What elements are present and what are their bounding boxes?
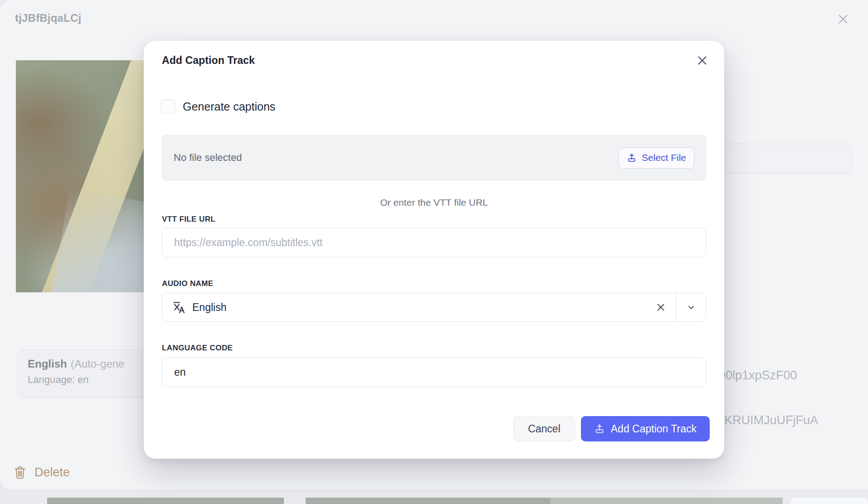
page-close-button[interactable] bbox=[836, 12, 850, 26]
thumbnail-highlight-2 bbox=[45, 189, 152, 292]
audio-name-input[interactable] bbox=[186, 301, 654, 314]
generate-captions-label: Generate captions bbox=[183, 100, 275, 113]
clear-audio-name-button[interactable] bbox=[654, 300, 668, 314]
close-icon bbox=[696, 54, 708, 67]
content-strip bbox=[791, 498, 868, 504]
partial-id-text-2: KRUIMJuUFjFuA bbox=[724, 413, 818, 427]
partial-id-text-1: 00lp1xpSzF00 bbox=[719, 368, 797, 383]
content-strip bbox=[551, 498, 783, 504]
file-picker: No file selected Select File bbox=[162, 135, 706, 180]
chevron-down-icon bbox=[686, 302, 697, 313]
upload-icon bbox=[594, 423, 605, 434]
delete-label: Delete bbox=[34, 465, 70, 480]
video-thumbnail bbox=[16, 60, 152, 292]
track-name: English bbox=[28, 358, 67, 370]
close-icon bbox=[837, 13, 849, 25]
select-file-button[interactable]: Select File bbox=[619, 147, 694, 169]
audio-name-dropdown-button[interactable] bbox=[676, 293, 706, 321]
add-caption-track-modal: Add Caption Track Generate captions No f… bbox=[144, 41, 724, 459]
generate-captions-checkbox[interactable] bbox=[161, 100, 175, 114]
cancel-button[interactable]: Cancel bbox=[513, 417, 575, 441]
screen: tjJBfBjqaLCj English(Auto-gene Language:… bbox=[0, 0, 868, 504]
add-caption-track-label: Add Caption Track bbox=[611, 423, 697, 435]
clear-icon bbox=[655, 301, 667, 313]
file-status-text: No file selected bbox=[174, 152, 242, 164]
vtt-url-label: VTT FILE URL bbox=[162, 215, 215, 224]
generate-captions-row[interactable]: Generate captions bbox=[161, 100, 275, 114]
select-file-label: Select File bbox=[642, 152, 686, 163]
modal-title: Add Caption Track bbox=[162, 54, 255, 67]
content-strip bbox=[47, 498, 284, 504]
add-caption-track-button[interactable]: Add Caption Track bbox=[581, 416, 710, 441]
or-divider-text: Or enter the VTT file URL bbox=[144, 197, 724, 208]
audio-name-combobox bbox=[162, 293, 706, 322]
trash-icon bbox=[14, 465, 26, 480]
background-partial-input bbox=[710, 144, 852, 174]
content-strip bbox=[306, 498, 551, 504]
delete-button[interactable]: Delete bbox=[14, 465, 70, 480]
language-code-input[interactable] bbox=[162, 357, 706, 387]
modal-footer: Cancel Add Caption Track bbox=[513, 416, 710, 441]
page-title: tjJBfBjqaLCj bbox=[15, 12, 81, 24]
track-name-suffix: (Auto-gene bbox=[71, 358, 125, 370]
vtt-url-input[interactable] bbox=[162, 228, 706, 257]
language-code-label: LANGUAGE CODE bbox=[162, 344, 233, 353]
upload-icon bbox=[627, 153, 637, 163]
audio-name-label: AUDIO NAME bbox=[162, 279, 214, 288]
translate-icon bbox=[172, 300, 186, 314]
modal-close-button[interactable] bbox=[694, 53, 710, 68]
